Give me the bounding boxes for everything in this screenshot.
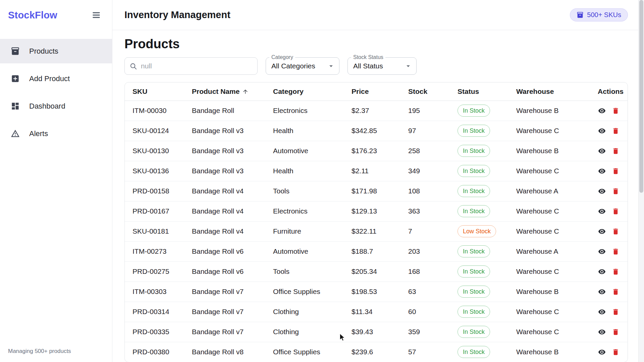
search-input[interactable] [141,62,253,70]
sidebar-item-products[interactable]: Products [0,39,112,63]
table-row[interactable]: PRD-00335 Bandage Roll v7 Clothing $39.4… [125,322,628,342]
view-button[interactable] [596,346,608,358]
table-row[interactable]: ITM-00273 Bandage Roll v6 Automotive $18… [125,241,628,261]
table-row[interactable]: PRD-00167 Bandage Roll v4 Electronics $1… [125,201,628,221]
stock-status-filter-value: All Status [353,62,404,70]
trash-icon [612,308,620,316]
plus-square-icon [11,74,20,83]
main-area: Inventory Management 500+ SKUs Products … [112,0,644,362]
column-header-warehouse[interactable]: Warehouse [508,82,590,101]
column-header-price[interactable]: Price [344,82,400,101]
delete-button[interactable] [610,306,622,318]
cell-status: In Stock [450,181,508,201]
delete-button[interactable] [610,165,622,177]
trash-icon [612,147,620,155]
table-row[interactable]: SKU-00181 Bandage Roll v4 Furniture $322… [125,221,628,241]
cell-status: In Stock [450,322,508,342]
delete-button[interactable] [610,145,622,157]
sidebar-item-alerts[interactable]: Alerts [0,121,112,146]
trash-icon [612,328,620,336]
products-table: SKU Product Name Category Price Stock St… [124,82,628,362]
cell-status: In Stock [450,282,508,302]
table-row[interactable]: SKU-00124 Bandage Roll v3 Health $342.85… [125,121,628,141]
search-box [124,57,258,75]
cell-actions [590,261,628,282]
stock-status-filter[interactable]: Stock Status All Status [347,57,417,75]
view-button[interactable] [596,165,608,177]
eye-icon [598,348,606,356]
view-button[interactable] [596,266,608,278]
delete-button[interactable] [610,125,622,137]
column-header-status[interactable]: Status [450,82,508,101]
view-button[interactable] [596,246,608,257]
eye-icon [598,107,606,115]
app-logo: StockFlow [8,10,57,21]
delete-button[interactable] [610,346,622,358]
cell-price: $239.6 [344,342,400,362]
cell-stock: 203 [400,241,450,261]
delete-button[interactable] [610,266,622,278]
cell-actions [590,201,628,221]
delete-button[interactable] [610,246,622,257]
table-row[interactable]: SKU-00130 Bandage Roll v3 Automotive $17… [125,141,628,161]
cell-status: In Stock [450,241,508,261]
table-row[interactable]: PRD-00275 Bandage Roll v6 Tools $205.34 … [125,261,628,282]
view-button[interactable] [596,185,608,197]
view-button[interactable] [596,205,608,217]
cell-product-name: Bandage Roll v7 [184,302,265,322]
column-header-stock[interactable]: Stock [400,82,450,101]
cell-actions [590,221,628,241]
sidebar-item-dashboard[interactable]: Dashboard [0,94,112,118]
status-badge: In Stock [458,326,490,338]
delete-button[interactable] [610,105,622,117]
delete-button[interactable] [610,286,622,298]
cell-sku: PRD-00275 [125,261,184,282]
warning-icon [11,129,20,138]
table-row[interactable]: ITM-00303 Bandage Roll v7 Office Supplie… [125,282,628,302]
delete-button[interactable] [610,326,622,338]
table-row[interactable]: PRD-00314 Bandage Roll v7 Clothing $11.3… [125,302,628,322]
menu-toggle-button[interactable] [91,9,102,21]
cell-stock: 168 [400,261,450,282]
view-button[interactable] [596,145,608,157]
delete-button[interactable] [610,205,622,217]
trash-icon [612,107,620,115]
cell-stock: 57 [400,342,450,362]
cell-warehouse: Warehouse A [508,241,590,261]
view-button[interactable] [596,226,608,237]
table-row[interactable]: ITM-00030 Bandage Roll Electronics $2.37… [125,101,628,121]
table-row[interactable]: SKU-00136 Bandage Roll v3 Health $2.11 3… [125,161,628,181]
cell-actions [590,342,628,362]
vertical-scrollbar[interactable] [638,0,644,362]
trash-icon [612,348,620,356]
cell-actions [590,141,628,161]
delete-button[interactable] [610,185,622,197]
category-filter[interactable]: Category All Categories [266,57,339,75]
view-button[interactable] [596,105,608,117]
view-button[interactable] [596,326,608,338]
view-button[interactable] [596,306,608,318]
cell-stock: 108 [400,181,450,201]
column-header-sku[interactable]: SKU [125,82,184,101]
view-button[interactable] [596,286,608,298]
section-title: Products [124,37,628,51]
table-row[interactable]: PRD-00380 Bandage Roll v8 Office Supplie… [125,342,628,362]
view-button[interactable] [596,125,608,137]
trash-icon [612,228,620,235]
delete-button[interactable] [610,226,622,237]
cell-category: Office Supplies [265,282,344,302]
cell-product-name: Bandage Roll v7 [184,282,265,302]
column-header-category[interactable]: Category [265,82,344,101]
scrollbar-thumb[interactable] [639,0,643,193]
cell-actions [590,161,628,181]
cell-sku: PRD-00314 [125,302,184,322]
cell-price: $198.53 [344,282,400,302]
column-header-product-name[interactable]: Product Name [184,82,265,101]
status-badge: In Stock [458,346,490,358]
cell-stock: 363 [400,201,450,221]
table-row[interactable]: PRD-00158 Bandage Roll v4 Tools $171.98 … [125,181,628,201]
cell-product-name: Bandage Roll v3 [184,121,265,141]
table-header-row: SKU Product Name Category Price Stock St… [125,82,628,101]
sidebar-item-add-product[interactable]: Add Product [0,66,112,91]
cell-actions [590,322,628,342]
